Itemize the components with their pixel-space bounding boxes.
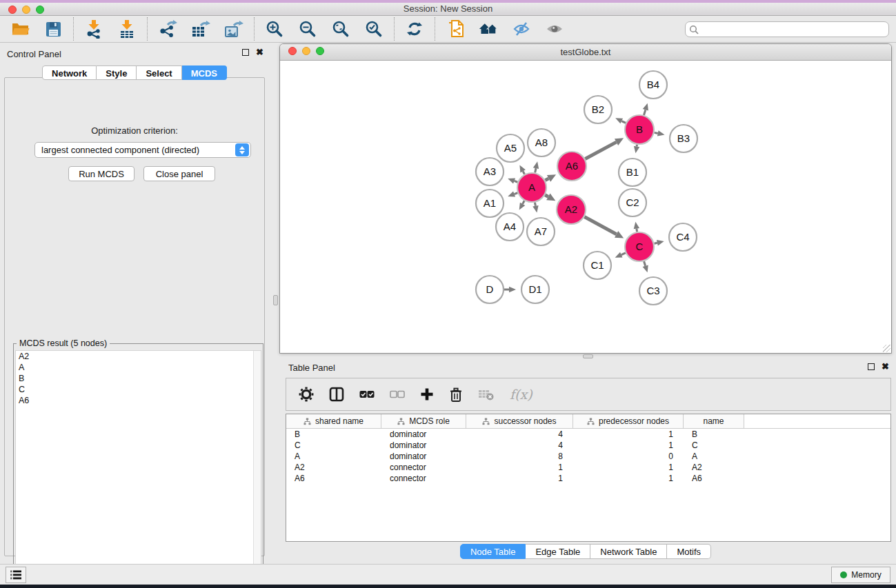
function-builder-icon[interactable]: f(x) xyxy=(510,387,532,402)
edge-B-B3[interactable] xyxy=(655,132,658,133)
mcds-result-item[interactable]: A6 xyxy=(16,395,261,406)
edge-A-A5[interactable] xyxy=(523,171,524,174)
mcds-result-list[interactable]: A2ABCA6 xyxy=(15,350,261,582)
gear-icon[interactable] xyxy=(299,387,314,402)
float-panel-icon[interactable] xyxy=(242,49,249,56)
edge-B-B2[interactable] xyxy=(621,121,626,123)
open-folder-icon[interactable] xyxy=(10,19,30,39)
tab-mcds[interactable]: MCDS xyxy=(182,65,227,80)
export-image-icon[interactable] xyxy=(224,19,243,39)
edge-A-A8[interactable] xyxy=(535,168,536,172)
run-mcds-button[interactable]: Run MCDS xyxy=(68,166,135,181)
edge-A-A3[interactable] xyxy=(515,181,518,182)
tab-network-table[interactable]: Network Table xyxy=(590,544,667,559)
edge-A6-B[interactable] xyxy=(585,142,616,159)
copy-network-icon[interactable] xyxy=(446,19,465,39)
edge-A-A2[interactable] xyxy=(545,195,548,197)
add-icon[interactable] xyxy=(420,387,434,401)
zoom-in-icon[interactable] xyxy=(265,19,284,39)
column-header-shared-name[interactable]: shared name xyxy=(286,414,381,428)
edge-A-A7[interactable] xyxy=(535,203,535,206)
import-table-icon[interactable] xyxy=(117,19,137,39)
trash-icon[interactable] xyxy=(449,387,463,403)
edge-B-B4[interactable] xyxy=(644,110,645,115)
export-table-icon[interactable] xyxy=(191,19,210,39)
tab-edge-table[interactable]: Edge Table xyxy=(526,544,590,559)
criterion-value: largest connected component (directed) xyxy=(35,145,235,155)
close-panel-icon[interactable]: ✖ xyxy=(256,49,263,56)
edge-C-C2[interactable] xyxy=(637,229,637,232)
mcds-result-title: MCDS result (5 nodes) xyxy=(17,338,110,348)
zoom-out-icon[interactable] xyxy=(298,19,317,39)
zoom-window-button[interactable] xyxy=(36,6,44,14)
edge-A-A6[interactable] xyxy=(545,179,548,181)
tab-node-table[interactable]: Node Table xyxy=(460,544,526,559)
zoom-selected-icon[interactable] xyxy=(364,19,384,39)
tab-select[interactable]: Select xyxy=(137,65,181,80)
tab-style[interactable]: Style xyxy=(97,65,137,80)
tab-network[interactable]: Network xyxy=(42,65,97,80)
criterion-select[interactable]: largest connected component (directed) xyxy=(34,142,251,158)
edge-C-C3[interactable] xyxy=(644,261,646,266)
edge-C-C1[interactable] xyxy=(621,253,626,255)
cell-shared-name: C xyxy=(286,440,381,451)
table-body: Bdominator41BCdominator41CAdominator80AA… xyxy=(286,429,890,484)
table-row[interactable]: A2connector11A2 xyxy=(286,462,890,473)
table-row[interactable]: A6connector11A6 xyxy=(286,473,890,484)
close-panel-button[interactable]: Close panel xyxy=(143,166,215,181)
node-label-C1: C1 xyxy=(590,259,604,271)
table-row[interactable]: Bdominator41B xyxy=(286,429,890,440)
mcds-result-item[interactable]: B xyxy=(16,373,261,384)
table-row[interactable]: Adominator80A xyxy=(286,451,890,462)
edge-C-C4[interactable] xyxy=(654,243,657,243)
zoom-fit-icon[interactable] xyxy=(331,19,350,39)
save-icon[interactable] xyxy=(43,19,63,39)
hide-eye-icon[interactable] xyxy=(512,19,531,39)
cell-MCDS-role: dominator xyxy=(381,429,466,440)
refresh-icon[interactable] xyxy=(405,19,424,39)
desktop-background-bottom xyxy=(0,585,896,588)
cell-name: A2 xyxy=(684,462,744,473)
mcds-result-item[interactable]: A xyxy=(16,362,261,373)
select-all-icon[interactable] xyxy=(359,390,375,398)
float-table-panel-icon[interactable] xyxy=(868,363,875,370)
edge-A-A1[interactable] xyxy=(515,193,518,194)
network-canvas[interactable]: B4B2BB3A5A8A6A3B1AA1C2A2A4A7C4CC1DD1C3 xyxy=(280,61,891,353)
deselect-all-icon[interactable] xyxy=(390,390,405,398)
scrollbar-track[interactable] xyxy=(253,351,261,582)
memory-button[interactable]: Memory xyxy=(831,567,890,583)
network-view-window: testGlobe.txt B4B2BB3A5A8A6A3B1AA1C2A2A4… xyxy=(279,43,892,354)
mcds-result-item[interactable]: C xyxy=(16,384,261,395)
column-header-predecessor-nodes[interactable]: predecessor nodes xyxy=(573,414,684,428)
edge-A-A4[interactable] xyxy=(523,201,525,204)
column-header-successor-nodes[interactable]: successor nodes xyxy=(466,414,573,428)
network-window-titlebar[interactable]: testGlobe.txt xyxy=(280,44,891,61)
import-network-icon[interactable] xyxy=(84,19,103,39)
cell-predecessor-nodes: 0 xyxy=(573,451,684,462)
search-input[interactable] xyxy=(685,21,889,37)
columns-icon[interactable] xyxy=(329,387,344,402)
task-history-button[interactable] xyxy=(6,567,26,583)
vertical-split-handle[interactable] xyxy=(273,295,278,305)
column-header-MCDS-role[interactable]: MCDS role xyxy=(381,414,466,428)
show-eye-icon[interactable] xyxy=(545,19,564,39)
close-window-button[interactable] xyxy=(8,6,17,14)
zoom-network-window-button[interactable] xyxy=(316,47,324,55)
close-table-panel-icon[interactable]: ✖ xyxy=(882,363,889,370)
delete-table-icon[interactable] xyxy=(478,387,495,401)
edge-arrowhead xyxy=(509,287,516,293)
edge-A2-C[interactable] xyxy=(584,217,616,234)
resize-grip-icon[interactable] xyxy=(883,345,890,352)
table-row[interactable]: Cdominator41C xyxy=(286,440,890,451)
column-header-name[interactable]: name xyxy=(684,414,744,428)
minimize-network-window-button[interactable] xyxy=(302,47,310,55)
tab-motifs[interactable]: Motifs xyxy=(667,544,711,559)
export-network-icon[interactable] xyxy=(158,19,177,39)
edge-arrowhead xyxy=(643,265,648,272)
minimize-window-button[interactable] xyxy=(22,6,30,14)
memory-status-icon xyxy=(840,571,847,578)
node-label-A5: A5 xyxy=(504,142,517,154)
homes-icon[interactable] xyxy=(479,19,498,39)
mcds-result-item[interactable]: A2 xyxy=(16,351,261,362)
close-network-window-button[interactable] xyxy=(288,47,297,55)
